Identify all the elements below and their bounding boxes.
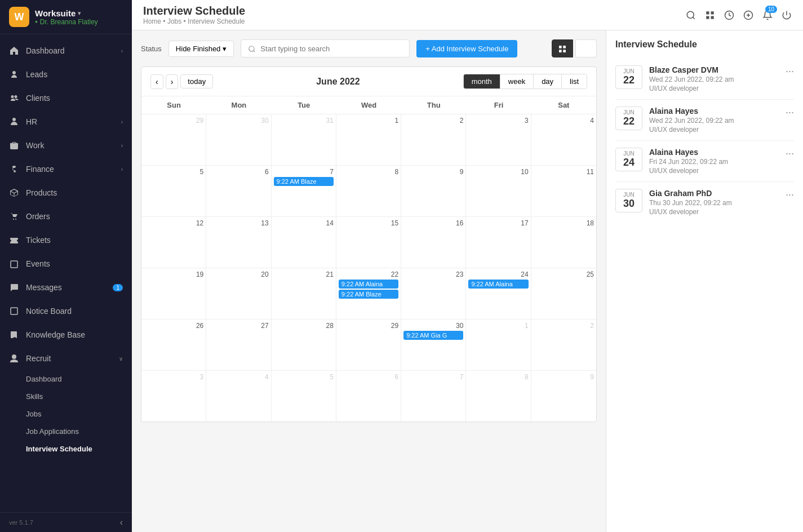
- sidebar-item-label: Products: [26, 188, 123, 197]
- calendar-cell[interactable]: 13: [206, 217, 271, 268]
- calendar-cell[interactable]: 7: [401, 371, 466, 422]
- calendar-cell[interactable]: 30: [206, 114, 271, 165]
- subnav-item-interviewschedule[interactable]: Interview Schedule: [0, 440, 132, 458]
- calendar-cell[interactable]: 10: [466, 166, 531, 216]
- calendar-cell[interactable]: 309:22 AM Gia G: [401, 320, 466, 370]
- calendar-event[interactable]: 9:22 AM Blaze: [339, 290, 398, 299]
- cal-view-buttons: month week day list: [463, 74, 587, 89]
- subnav-item-dashboard[interactable]: Dashboard: [0, 370, 132, 388]
- calendar-event[interactable]: 9:22 AM Alaina: [468, 280, 528, 289]
- subnav-item-skills[interactable]: Skills: [0, 388, 132, 405]
- search-icon[interactable]: [686, 9, 696, 21]
- add-interview-schedule-button[interactable]: + Add Interview Schedule: [416, 40, 517, 57]
- subnav-item-jobs[interactable]: Jobs: [0, 405, 132, 423]
- calendar-event[interactable]: 9:22 AM Alaina: [339, 280, 398, 289]
- sidebar-item-tickets[interactable]: Tickets: [0, 228, 132, 252]
- chevron-down-icon: ∨: [119, 356, 123, 362]
- cal-day-view-button[interactable]: day: [534, 74, 562, 88]
- prev-month-button[interactable]: ‹: [150, 74, 163, 89]
- calendar-cell[interactable]: 249:22 AM Alaina: [466, 268, 531, 319]
- sidebar-item-clients[interactable]: Clients: [0, 86, 132, 110]
- calendar-cell[interactable]: 9: [531, 371, 596, 422]
- calendar-days-header: Sun Mon Tue Wed Thu Fri Sat: [141, 96, 596, 114]
- collapse-sidebar-button[interactable]: ‹: [120, 517, 123, 527]
- calendar-cell[interactable]: 15: [336, 217, 401, 268]
- sidebar-item-dashboard[interactable]: Dashboard ›: [0, 39, 132, 63]
- calendar-cell[interactable]: 31: [272, 114, 336, 165]
- calendar-cell[interactable]: 19: [141, 268, 206, 319]
- calendar-cell[interactable]: 4: [531, 114, 596, 165]
- subnav-item-jobapps[interactable]: Job Applications: [0, 423, 132, 440]
- calendar-event[interactable]: 9:22 AM Blaze: [274, 177, 334, 186]
- breadcrumb: Home • Jobs • Interview Schedule: [143, 17, 245, 25]
- schedule-menu-button[interactable]: ···: [786, 189, 794, 201]
- list-view-button[interactable]: [575, 39, 597, 57]
- calendar-date: 28: [274, 322, 334, 330]
- schedule-menu-button[interactable]: ···: [786, 65, 794, 77]
- sidebar-item-messages[interactable]: Messages 1: [0, 276, 132, 299]
- calendar-cell[interactable]: 6: [336, 371, 401, 422]
- calendar-week: 5679:22 AM Blaze891011: [141, 166, 596, 217]
- calendar-cell[interactable]: 12: [141, 217, 206, 268]
- bell-icon[interactable]: 10: [762, 9, 773, 21]
- calendar-event[interactable]: 9:22 AM Gia G: [403, 331, 463, 340]
- calendar-cell[interactable]: 229:22 AM Alaina9:22 AM Blaze: [336, 268, 401, 319]
- schedule-menu-button[interactable]: ···: [786, 107, 794, 118]
- calendar-cell[interactable]: 28: [272, 320, 336, 370]
- power-icon[interactable]: [782, 9, 792, 21]
- calendar-date: 1: [468, 322, 528, 330]
- calendar-cell[interactable]: 6: [206, 166, 271, 216]
- sidebar-header: W Worksuite ▾ Dr. Breanna Flatley: [0, 0, 132, 34]
- calendar-cell[interactable]: 16: [401, 217, 466, 268]
- schedule-menu-button[interactable]: ···: [786, 148, 794, 159]
- calendar-cell[interactable]: 21: [272, 268, 336, 319]
- sidebar-item-products[interactable]: Products: [0, 181, 132, 205]
- sidebar-item-orders[interactable]: Orders: [0, 205, 132, 228]
- calendar-cell[interactable]: 18: [531, 217, 596, 268]
- calendar-cell[interactable]: 4: [206, 371, 271, 422]
- calendar-view-button[interactable]: [552, 39, 573, 57]
- status-dropdown[interactable]: Hide Finished ▾: [168, 41, 234, 57]
- cal-month-view-button[interactable]: month: [464, 74, 500, 88]
- calendar-cell[interactable]: 23: [401, 268, 466, 319]
- calendar-cell[interactable]: 1: [466, 320, 531, 370]
- calendar-cell[interactable]: 3: [141, 371, 206, 422]
- calendar-cell[interactable]: 26: [141, 320, 206, 370]
- clock-icon[interactable]: [724, 9, 734, 21]
- calendar-cell[interactable]: 11: [531, 166, 596, 216]
- calendar-cell[interactable]: 5: [272, 371, 336, 422]
- calendar-cell[interactable]: 29: [336, 320, 401, 370]
- cal-list-view-button[interactable]: list: [562, 74, 587, 88]
- sidebar-item-knowledgebase[interactable]: Knowledge Base: [0, 323, 132, 347]
- schedule-info: Alaina Hayes Wed 22 Jun 2022, 09:22 am U…: [649, 107, 779, 134]
- calendar-cell[interactable]: 1: [336, 114, 401, 165]
- calendar-cell[interactable]: 8: [466, 371, 531, 422]
- calendar-cell[interactable]: 2: [401, 114, 466, 165]
- today-button[interactable]: today: [180, 74, 213, 88]
- app-name[interactable]: Worksuite ▾: [35, 8, 98, 18]
- calendar-cell[interactable]: 5: [141, 166, 206, 216]
- sidebar-item-noticeboard[interactable]: Notice Board: [0, 299, 132, 323]
- calendar-cell[interactable]: 29: [141, 114, 206, 165]
- calendar-cell[interactable]: 9: [401, 166, 466, 216]
- calendar-cell[interactable]: 3: [466, 114, 531, 165]
- grid-icon[interactable]: [705, 9, 715, 21]
- calendar-cell[interactable]: 2: [531, 320, 596, 370]
- sidebar-item-hr[interactable]: HR ›: [0, 110, 132, 134]
- search-input[interactable]: [260, 45, 402, 53]
- calendar-cell[interactable]: 8: [336, 166, 401, 216]
- sidebar-item-finance[interactable]: Finance ›: [0, 157, 132, 181]
- calendar-cell[interactable]: 79:22 AM Blaze: [272, 166, 336, 216]
- calendar-cell[interactable]: 14: [272, 217, 336, 268]
- calendar-cell[interactable]: 27: [206, 320, 271, 370]
- sidebar-item-recruit[interactable]: Recruit ∨: [0, 347, 132, 370]
- cal-week-view-button[interactable]: week: [500, 74, 534, 88]
- calendar-cell[interactable]: 25: [531, 268, 596, 319]
- next-month-button[interactable]: ›: [166, 74, 179, 89]
- calendar-cell[interactable]: 20: [206, 268, 271, 319]
- sidebar-item-leads[interactable]: Leads: [0, 63, 132, 86]
- calendar-cell[interactable]: 17: [466, 217, 531, 268]
- sidebar-item-events[interactable]: Events: [0, 252, 132, 276]
- sidebar-item-work[interactable]: Work ›: [0, 134, 132, 157]
- plus-icon[interactable]: [743, 9, 753, 21]
